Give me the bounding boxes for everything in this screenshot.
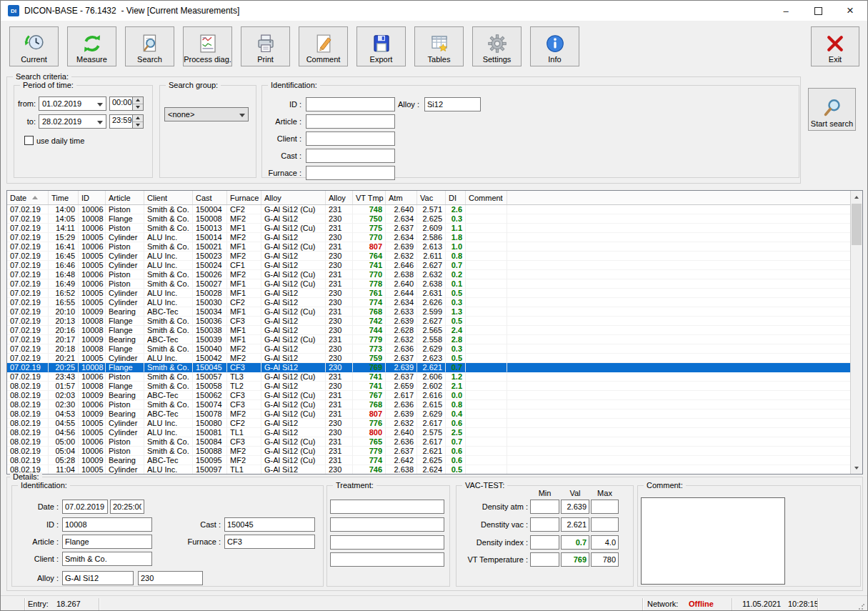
toolbar-process-diag-button[interactable]: Process diag.	[183, 26, 232, 66]
vactest-max-field[interactable]	[591, 535, 619, 550]
column-header-furnace-6[interactable]: Furnace	[227, 191, 261, 204]
column-header-time-1[interactable]: Time	[49, 191, 79, 204]
column-header-atm-10[interactable]: Atm	[386, 191, 417, 204]
vactest-min-field[interactable]	[530, 517, 559, 532]
table-row[interactable]: 08.02.1902:0310009BearingABC-Tec150062CF…	[7, 391, 862, 400]
start-search-button[interactable]: Start search	[808, 88, 856, 131]
detail-time-field[interactable]	[110, 500, 144, 514]
spinner-arrows-icon[interactable]	[132, 97, 143, 110]
search-client-input[interactable]	[306, 131, 395, 146]
table-row[interactable]: 08.02.1902:3010006PistonSmith & Co.15007…	[7, 400, 862, 409]
detail-client-field[interactable]	[62, 552, 152, 566]
column-header-cast-5[interactable]: Cast	[193, 191, 227, 204]
vactest-min-field[interactable]	[530, 535, 559, 550]
toolbar-comment-button[interactable]: Comment	[299, 26, 348, 66]
vertical-scrollbar[interactable]	[850, 191, 862, 474]
vactest-val-field[interactable]	[561, 552, 589, 567]
table-row[interactable]: 07.02.1916:4910006PistonSmith & Co.15002…	[7, 279, 862, 289]
toolbar-settings-button[interactable]: Settings	[472, 26, 522, 66]
scroll-up-icon[interactable]	[851, 191, 862, 203]
vactest-val-field[interactable]	[561, 535, 589, 550]
treatment-field-3[interactable]	[330, 535, 444, 550]
table-row[interactable]: 08.02.1904:5310009BearingABC-Tec150078MF…	[7, 409, 862, 419]
table-row[interactable]: 07.02.1916:4110006PistonSmith & Co.15002…	[7, 242, 862, 252]
table-row[interactable]: 07.02.1915:2910005CylinderALU Inc.150014…	[7, 233, 862, 242]
table-row[interactable]: 07.02.1920:1610008FlangeSmith & Co.15003…	[7, 326, 862, 335]
to-date-combobox[interactable]: 28.02.2019	[39, 114, 106, 129]
detail-furnace-field[interactable]	[224, 535, 315, 549]
detail-id-field[interactable]	[62, 517, 152, 532]
table-row[interactable]: 08.02.1905:2810009BearingABC-Tec150095MF…	[7, 456, 862, 465]
toolbar-info-button[interactable]: Info	[530, 26, 579, 66]
table-row[interactable]: 07.02.1923:4310006PistonSmith & Co.15005…	[7, 372, 862, 382]
vactest-max-field[interactable]	[591, 500, 619, 514]
table-row[interactable]: 07.02.1920:1810008FlangeSmith & Co.15004…	[7, 344, 862, 354]
detail-comment-textarea[interactable]	[641, 497, 785, 585]
table-row[interactable]: 08.02.1904:5610005CylinderALU Inc.150081…	[7, 428, 862, 437]
column-header-di-12[interactable]: DI	[446, 191, 466, 204]
use-daily-time-checkbox[interactable]	[24, 136, 34, 145]
table-row[interactable]: 07.02.1916:5510005CylinderALU Inc.150030…	[7, 298, 862, 307]
table-row[interactable]: 07.02.1916:4510005CylinderALU Inc.150023…	[7, 252, 862, 261]
search-id-input[interactable]	[306, 97, 395, 111]
maximize-button[interactable]	[806, 1, 830, 21]
column-header-vac-11[interactable]: Vac	[417, 191, 446, 204]
detail-alloy-field[interactable]	[62, 571, 134, 585]
toolbar-current-button[interactable]: Current	[9, 26, 59, 66]
spinner-arrows-icon[interactable]	[132, 115, 143, 128]
minimize-button[interactable]: –	[774, 1, 798, 21]
column-header-client-4[interactable]: Client	[144, 191, 193, 204]
table-row[interactable]: 08.02.1905:0410006PistonSmith & Co.15008…	[7, 447, 862, 456]
column-header-alloy-8[interactable]: Alloy	[326, 191, 353, 204]
detail-cast-field[interactable]	[224, 517, 315, 532]
toolbar-exit-button[interactable]: Exit	[811, 26, 859, 66]
treatment-field-1[interactable]	[330, 500, 444, 514]
from-time-spinner[interactable]: 00:00	[109, 96, 144, 111]
search-furnace-input[interactable]	[306, 166, 395, 180]
vactest-val-field[interactable]	[561, 517, 589, 532]
vactest-min-field[interactable]	[530, 500, 559, 514]
column-header-article-3[interactable]: Article	[106, 191, 144, 204]
toolbar-search-button[interactable]: Search	[125, 26, 174, 66]
resize-grip[interactable]	[858, 603, 865, 610]
table-row[interactable]: 08.02.1901:5710008FlangeSmith & Co.15005…	[7, 382, 862, 391]
scroll-down-icon[interactable]	[851, 462, 862, 474]
table-row[interactable]: 07.02.1920:1310008FlangeSmith & Co.15003…	[7, 317, 862, 326]
vactest-max-field[interactable]	[591, 552, 619, 567]
table-row[interactable]: 07.02.1914:0010006PistonSmith & Co.15000…	[7, 205, 862, 214]
column-header-vt-tmp-9[interactable]: VT Tmp	[353, 191, 386, 204]
table-row-selected[interactable]: 07.02.1920:2510008FlangeSmith & Co.15004…	[7, 363, 862, 372]
vactest-max-field[interactable]	[591, 517, 619, 532]
vactest-val-field[interactable]	[561, 500, 589, 514]
table-row[interactable]: 07.02.1914:1110006PistonSmith & Co.15001…	[7, 224, 862, 233]
toolbar-measure-button[interactable]: Measure	[67, 26, 116, 66]
table-row[interactable]: 07.02.1920:2110005CylinderALU Inc.150042…	[7, 354, 862, 363]
table-row[interactable]: 07.02.1920:1010009BearingABC-Tec150034MF…	[7, 307, 862, 317]
table-row[interactable]: 08.02.1904:5510005CylinderALU Inc.150080…	[7, 419, 862, 428]
detail-alloy-num-field[interactable]	[138, 571, 203, 585]
detail-article-field[interactable]	[62, 535, 152, 549]
toolbar-export-button[interactable]: Export	[356, 26, 406, 66]
table-row[interactable]: 07.02.1916:5210005CylinderALU Inc.150028…	[7, 289, 862, 298]
toolbar-print-button[interactable]: Print	[241, 26, 290, 66]
column-header-alloy-7[interactable]: Alloy	[261, 191, 326, 204]
column-header-id-2[interactable]: ID	[79, 191, 106, 204]
treatment-field-2[interactable]	[330, 517, 444, 532]
to-time-spinner[interactable]: 23:59	[109, 114, 144, 129]
scrollbar-thumb[interactable]	[852, 204, 862, 245]
table-row[interactable]: 07.02.1916:4610005CylinderALU Inc.150024…	[7, 261, 862, 270]
toolbar-tables-button[interactable]: Tables	[414, 26, 464, 66]
alloy-search-input[interactable]	[424, 97, 481, 111]
search-group-dropdown[interactable]: <none>	[164, 107, 249, 121]
table-row[interactable]: 07.02.1916:4810006PistonSmith & Co.15002…	[7, 270, 862, 279]
search-cast-input[interactable]	[306, 149, 395, 163]
table-row[interactable]: 07.02.1920:1710009BearingABC-Tec150039MF…	[7, 335, 862, 344]
column-header-comment-13[interactable]: Comment	[466, 191, 507, 204]
treatment-field-4[interactable]	[330, 552, 444, 567]
column-header-date-0[interactable]: Date	[7, 191, 49, 204]
vactest-min-field[interactable]	[530, 552, 559, 567]
detail-date-field[interactable]	[62, 500, 108, 514]
search-article-input[interactable]	[306, 114, 395, 129]
table-row[interactable]: 08.02.1911:0410005CylinderALU Inc.150097…	[7, 465, 862, 475]
table-row[interactable]: 07.02.1914:0510008FlangeSmith & Co.15000…	[7, 214, 862, 224]
